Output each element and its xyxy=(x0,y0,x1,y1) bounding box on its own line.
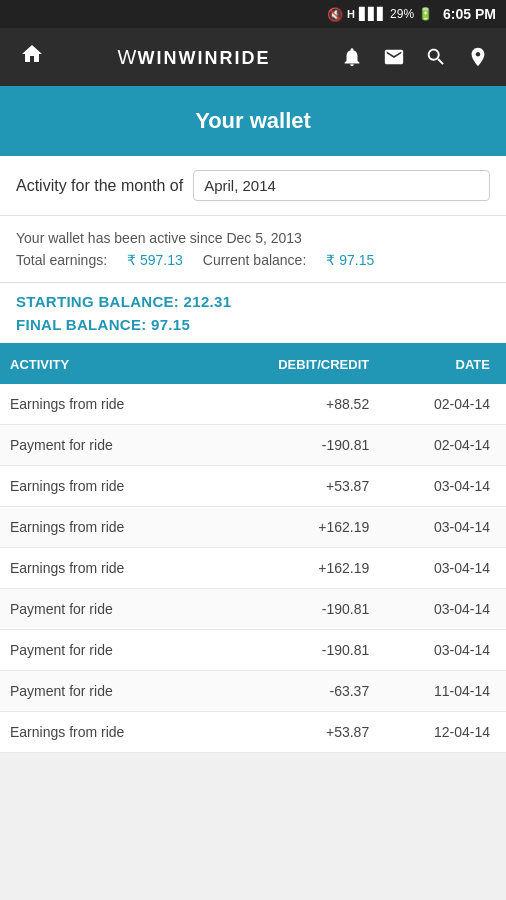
mail-button[interactable] xyxy=(376,39,412,75)
status-bar: 🔇 H ▋▋▋ 29% 🔋 6:05 PM xyxy=(0,0,506,28)
balance-section: STARTING BALANCE: 212.31 FINAL BALANCE: … xyxy=(0,283,506,345)
month-selector-row: Activity for the month of April, 2014 xyxy=(0,156,506,216)
mail-icon xyxy=(383,46,405,68)
cell-date: 03-04-14 xyxy=(379,589,506,630)
current-balance-value: ₹ 97.15 xyxy=(326,252,374,268)
cell-amount: -190.81 xyxy=(208,425,380,466)
nav-actions xyxy=(334,39,496,75)
search-button[interactable] xyxy=(418,39,454,75)
cell-amount: +53.87 xyxy=(208,466,380,507)
table-row: Earnings from ride +162.19 03-04-14 xyxy=(0,548,506,589)
battery-percent: 29% xyxy=(390,7,414,21)
wallet-totals: Total earnings: ₹ 597.13 Current balance… xyxy=(16,252,490,268)
table-row: Payment for ride -190.81 03-04-14 xyxy=(0,630,506,671)
final-balance-row: FINAL BALANCE: 97.15 xyxy=(16,316,490,333)
header-debit-credit: DEBIT/CREDIT xyxy=(208,345,380,384)
cell-date: 02-04-14 xyxy=(379,384,506,425)
cell-date: 03-04-14 xyxy=(379,466,506,507)
cell-activity: Earnings from ride xyxy=(0,466,208,507)
cell-activity: Earnings from ride xyxy=(0,548,208,589)
home-icon xyxy=(20,42,44,72)
table-row: Payment for ride -190.81 02-04-14 xyxy=(0,425,506,466)
cell-amount: -190.81 xyxy=(208,589,380,630)
cell-activity: Payment for ride xyxy=(0,589,208,630)
wallet-title: Your wallet xyxy=(0,108,506,134)
signal-h-icon: H xyxy=(347,8,355,20)
table-header: ACTIVITY DEBIT/CREDIT DATE xyxy=(0,345,506,384)
location-button[interactable] xyxy=(460,39,496,75)
brand-logo: WWINWINRIDE xyxy=(118,46,271,69)
top-nav: WWINWINRIDE xyxy=(0,28,506,86)
table-row: Earnings from ride +88.52 02-04-14 xyxy=(0,384,506,425)
signal-bars-icon: ▋▋▋ xyxy=(359,7,386,21)
cell-activity: Payment for ride xyxy=(0,425,208,466)
status-time: 6:05 PM xyxy=(443,6,496,22)
wallet-info: Your wallet has been active since Dec 5,… xyxy=(0,216,506,283)
battery-icon: 🔋 xyxy=(418,7,433,21)
brand-w-icon: W xyxy=(118,46,138,68)
activity-table: ACTIVITY DEBIT/CREDIT DATE Earnings from… xyxy=(0,345,506,753)
bell-icon xyxy=(341,46,363,68)
activity-month-label: Activity for the month of xyxy=(16,177,183,195)
search-icon xyxy=(425,46,447,68)
table-row: Earnings from ride +162.19 03-04-14 xyxy=(0,507,506,548)
month-select[interactable]: April, 2014 xyxy=(193,170,490,201)
total-earnings-label: Total earnings: xyxy=(16,252,107,268)
table-row: Earnings from ride +53.87 03-04-14 xyxy=(0,466,506,507)
starting-balance-label: STARTING BALANCE: 212.31 xyxy=(16,293,231,310)
cell-activity: Payment for ride xyxy=(0,630,208,671)
cell-amount: +162.19 xyxy=(208,548,380,589)
final-balance-label: FINAL BALANCE: 97.15 xyxy=(16,316,190,333)
status-icons: 🔇 H ▋▋▋ 29% 🔋 xyxy=(327,7,433,22)
wallet-header: Your wallet xyxy=(0,86,506,156)
cell-amount: -190.81 xyxy=(208,630,380,671)
cell-amount: +53.87 xyxy=(208,712,380,753)
cell-date: 12-04-14 xyxy=(379,712,506,753)
cell-date: 02-04-14 xyxy=(379,425,506,466)
cell-date: 03-04-14 xyxy=(379,630,506,671)
cell-date: 03-04-14 xyxy=(379,548,506,589)
table-row: Payment for ride -190.81 03-04-14 xyxy=(0,589,506,630)
cell-amount: -63.37 xyxy=(208,671,380,712)
home-button[interactable] xyxy=(10,35,54,79)
cell-date: 11-04-14 xyxy=(379,671,506,712)
current-balance-label: Current balance: xyxy=(203,252,307,268)
starting-balance-row: STARTING BALANCE: 212.31 xyxy=(16,293,490,310)
cell-activity: Earnings from ride xyxy=(0,712,208,753)
cell-date: 03-04-14 xyxy=(379,507,506,548)
location-icon xyxy=(467,46,489,68)
header-date: DATE xyxy=(379,345,506,384)
table-body: Earnings from ride +88.52 02-04-14 Payme… xyxy=(0,384,506,753)
bell-button[interactable] xyxy=(334,39,370,75)
cell-activity: Earnings from ride xyxy=(0,507,208,548)
cell-amount: +88.52 xyxy=(208,384,380,425)
cell-activity: Payment for ride xyxy=(0,671,208,712)
mute-icon: 🔇 xyxy=(327,7,343,22)
header-activity: ACTIVITY xyxy=(0,345,208,384)
cell-activity: Earnings from ride xyxy=(0,384,208,425)
cell-amount: +162.19 xyxy=(208,507,380,548)
total-earnings-value: ₹ 597.13 xyxy=(127,252,183,268)
active-since-text: Your wallet has been active since Dec 5,… xyxy=(16,230,490,246)
card-area: Activity for the month of April, 2014 Yo… xyxy=(0,156,506,753)
table-row: Payment for ride -63.37 11-04-14 xyxy=(0,671,506,712)
table-row: Earnings from ride +53.87 12-04-14 xyxy=(0,712,506,753)
